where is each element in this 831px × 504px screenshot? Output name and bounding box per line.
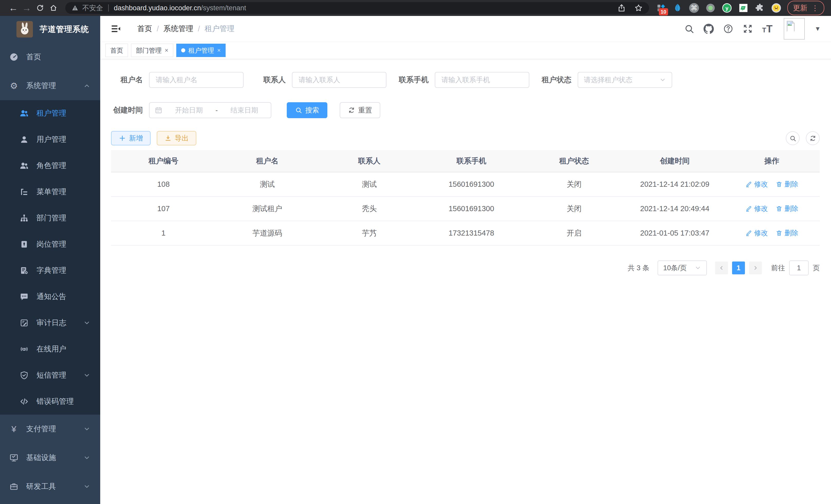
status-select[interactable]: 请选择租户状态 (578, 72, 672, 88)
cell-mobile: 15601691300 (420, 197, 523, 221)
ext-kite-icon[interactable] (672, 3, 683, 13)
breadcrumb-item[interactable]: 系统管理 (164, 24, 193, 34)
add-button[interactable]: 新增 (111, 131, 150, 145)
sidebar-item-label: 研发工具 (26, 481, 56, 492)
tab-租户管理[interactable]: 租户管理× (176, 44, 226, 57)
smiley-avatar-icon[interactable] (771, 3, 782, 13)
sidebar-item-基础设施[interactable]: 基础设施 (0, 443, 100, 472)
cell-status: 关闭 (523, 197, 625, 221)
column-header: 操作 (724, 150, 820, 172)
refresh-icon (809, 135, 816, 142)
more-vert-icon[interactable]: ⋮ (811, 4, 819, 12)
sidebar-item-系统管理[interactable]: ⚙系统管理 (0, 71, 100, 100)
reload-icon[interactable] (33, 2, 47, 13)
sidebar-item-用户管理[interactable]: 用户管理 (0, 126, 100, 153)
breadcrumb-separator: / (157, 25, 159, 33)
cell-name: 测试租户 (216, 197, 319, 221)
sidebar-item-通知公告[interactable]: 通知公告 (0, 284, 100, 310)
reset-button[interactable]: 重置 (340, 102, 380, 118)
sidebar-item-岗位管理[interactable]: 岗位管理 (0, 231, 100, 258)
ext-cmd-icon[interactable]: ⌘ (689, 3, 699, 13)
table-header-row: 租户编号租户名联系人联系手机租户状态创建时间操作 (111, 150, 820, 172)
edit-link-label: 修改 (754, 180, 768, 189)
avatar-broken-image-icon[interactable] (784, 18, 805, 39)
edit-link-label: 修改 (754, 204, 768, 213)
delete-link[interactable]: 删除 (776, 180, 798, 189)
date-end-placeholder[interactable]: 结束日期 (223, 106, 266, 115)
dashboard-icon (9, 52, 19, 62)
sidebar-item-租户管理[interactable]: 租户管理 (0, 100, 100, 126)
sidebar-item-在线用户[interactable]: 在线用户 (0, 336, 100, 362)
help-icon[interactable] (723, 24, 733, 34)
cell-mobile: 15601691300 (420, 172, 523, 197)
url-host: dashboard.yudao.iocoder.cn (114, 4, 201, 12)
tab-首页[interactable]: 首页 (105, 44, 128, 57)
column-header: 租户名 (216, 150, 319, 172)
page-size-select[interactable]: 10条/页 (658, 261, 707, 275)
users-icon (20, 161, 29, 170)
app-title: 芋道管理系统 (39, 24, 89, 35)
sidebar-item-角色管理[interactable]: 角色管理 (0, 153, 100, 179)
export-button-label: 导出 (175, 134, 189, 143)
app-logo[interactable]: 芋道管理系统 (0, 16, 100, 42)
close-icon[interactable]: × (165, 47, 168, 54)
date-range-picker[interactable]: 开始日期 - 结束日期 (149, 102, 271, 118)
tenant-name-label: 租户名 (111, 75, 143, 85)
url-bar[interactable]: 不安全 dashboard.yudao.iocoder.cn/system/te… (65, 2, 649, 14)
delete-trash-icon (776, 205, 782, 212)
fullscreen-icon[interactable] (743, 24, 753, 34)
share-icon[interactable] (617, 4, 626, 12)
sidebar-item-错误码管理[interactable]: 错误码管理 (0, 388, 100, 415)
puzzle-icon[interactable] (754, 3, 765, 13)
bookmark-star-icon[interactable] (634, 4, 643, 12)
ext-tag-icon[interactable]: 10 (656, 3, 666, 13)
tab-部门管理[interactable]: 部门管理× (131, 44, 173, 57)
edit-link[interactable]: 修改 (745, 228, 768, 238)
delete-link[interactable]: 删除 (776, 204, 798, 213)
delete-link-label: 删除 (784, 228, 798, 238)
sidebar-item-首页[interactable]: 首页 (0, 42, 100, 71)
breadcrumb: 首页/系统管理/租户管理 (137, 24, 234, 34)
sidebar-item-短信管理[interactable]: 短信管理 (0, 362, 100, 388)
edit-pencil-icon (745, 230, 752, 236)
contact-label: 联系人 (254, 75, 286, 85)
navbar-tools: TT ▼ (684, 18, 821, 39)
sidebar-item-支付管理[interactable]: ¥支付管理 (0, 415, 100, 443)
user-icon (20, 135, 29, 144)
date-start-placeholder[interactable]: 开始日期 (168, 106, 210, 115)
sidebar-item-菜单管理[interactable]: 菜单管理 (0, 179, 100, 205)
tenant-name-input[interactable] (149, 72, 243, 88)
sidebar-item-审计日志[interactable]: 审计日志 (0, 310, 100, 336)
sidebar-item-研发工具[interactable]: 研发工具 (0, 472, 100, 501)
prev-page-button[interactable] (715, 262, 728, 274)
chrome-update-button[interactable]: 更新 ⋮ (787, 1, 824, 15)
ext-dot-icon[interactable] (705, 3, 716, 13)
delete-link[interactable]: 删除 (776, 228, 798, 238)
next-page-button[interactable] (749, 262, 762, 274)
close-icon[interactable]: × (217, 47, 221, 54)
export-button[interactable]: 导出 (157, 131, 196, 145)
sidebar-item-字典管理[interactable]: 字典管理 (0, 258, 100, 284)
sidebar-item-部门管理[interactable]: 部门管理 (0, 205, 100, 231)
ext-y-icon[interactable]: y (721, 3, 732, 13)
back-icon[interactable]: ← (7, 2, 20, 13)
refresh-table-button[interactable] (806, 131, 820, 145)
toggle-search-button[interactable] (786, 131, 800, 145)
page-number-button[interactable]: 1 (732, 262, 745, 274)
breadcrumb-item[interactable]: 首页 (137, 24, 152, 34)
search-icon (790, 135, 796, 142)
security-label[interactable]: 不安全 (82, 3, 103, 12)
mobile-input[interactable] (435, 72, 529, 88)
contact-input[interactable] (292, 72, 386, 88)
edit-link[interactable]: 修改 (745, 204, 768, 213)
github-icon[interactable] (704, 24, 714, 34)
search-icon[interactable] (684, 24, 694, 34)
hamburger-icon[interactable] (111, 23, 121, 34)
ext-chat-icon[interactable] (738, 3, 749, 13)
search-button[interactable]: 搜索 (287, 102, 327, 118)
goto-page-input[interactable] (789, 261, 809, 275)
home-icon[interactable] (47, 2, 60, 13)
avatar-caret-down-icon[interactable]: ▼ (814, 25, 821, 32)
edit-link[interactable]: 修改 (745, 180, 768, 189)
font-size-icon[interactable]: TT (762, 24, 772, 34)
